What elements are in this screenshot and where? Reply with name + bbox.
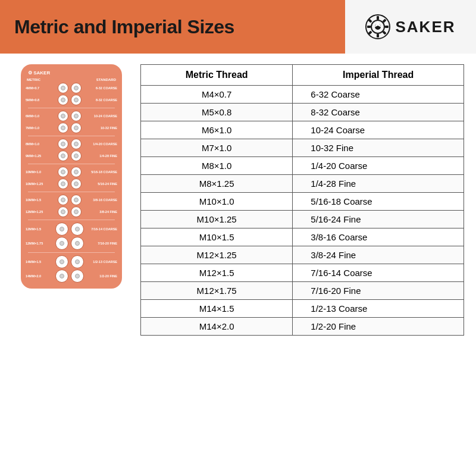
drill-hole [71,255,84,268]
drill-hole [58,95,68,105]
tool-row-metric-label: 10MM×1.25 [26,182,53,186]
drill-hole-inner [61,114,65,118]
thread-table: Metric Thread Imperial Thread M4×0.76-32… [140,64,464,336]
metric-cell: M7×1.0 [141,139,293,157]
drill-hole-inner [74,114,79,118]
saker-icon [365,14,390,39]
imperial-cell: 3/8-16 Coarse [293,228,464,246]
hole-group [55,83,84,93]
col-imperial-header: Imperial Thread [293,65,464,86]
drill-hole-inner [61,142,65,146]
imperial-cell: 6-32 Coarse [293,86,464,104]
imperial-cell: 10-32 Fine [293,139,464,157]
hole-group [55,206,84,217]
table-row: M8×1.01/4-20 Coarse [141,157,464,175]
tool-row-metric-label: 7MM×1.0 [26,126,53,130]
drill-hole [71,139,82,149]
imperial-cell: 5/16-24 Fine [293,211,464,228]
metric-cell: M10×1.25 [141,211,293,228]
metric-cell: M8×1.25 [141,175,293,193]
drill-hole-inner [61,198,65,202]
table-row: M14×1.51/2-13 Coarse [141,300,464,318]
tool-divider [28,108,115,108]
tool-divider [28,220,115,220]
drill-hole [71,270,84,283]
drill-hole-inner [74,126,79,130]
tool-divider [28,192,115,192]
brand-logo: SAKER [365,14,455,39]
drill-hole-inner [74,98,79,102]
drill-hole-inner [74,209,79,214]
hole-group [55,270,84,283]
metric-cell: M5×0.8 [141,104,293,121]
tool-row-item: 12MM×1.253/8-24 FINE [26,206,117,217]
tool-row-imperial-label: 1/4-20 COARSE [86,142,117,146]
drill-hole [71,223,84,236]
drill-hole [71,206,82,217]
drill-hole [71,167,82,177]
tool-row-metric-label: 9MM×1.25 [26,154,53,158]
tool-divider [28,164,115,164]
drill-hole-inner [61,209,65,214]
metric-cell: M4×0.7 [141,86,293,104]
tool-row-metric-label: 14MM×1.5 [26,260,53,264]
drill-hole [71,178,82,189]
table-row: M6×1.010-24 Coarse [141,121,464,139]
brand-name-text: SAKER [395,18,455,36]
tool-row-item: 12MM×1.757/16-20 FINE [26,237,117,250]
tool-row-item: 10MM×1.53/8-16 COARSE [26,195,117,205]
drill-hole [58,195,68,205]
imperial-cell: 1/4-28 Fine [293,175,464,193]
tool-row-imperial-label: 10-24 COARSE [86,114,117,118]
metric-cell: M12×1.25 [141,246,293,264]
hole-group [55,255,84,268]
drill-hole-inner [61,154,65,158]
tool-row-item: 10MM×1.05/16-18 COARSE [26,167,117,177]
drill-hole-inner [61,98,65,102]
drill-hole-inner [60,241,64,246]
main-content: ⚙ SAKER METRIC STANDARD 4MM×0.76-32 COAR… [0,54,476,476]
drill-hole-inner [61,86,65,90]
tool-row-item: 4MM×0.76-32 COARSE [26,83,117,93]
drill-hole-inner [60,227,64,231]
table-row: M10×1.53/8-16 Coarse [141,228,464,246]
table-row: M8×1.251/4-28 Fine [141,175,464,193]
drill-hole-inner [74,142,79,146]
tool-row-item: 10MM×1.255/16-24 FINE [26,178,117,189]
tool-row-item: 5MM×0.88-32 COARSE [26,95,117,105]
drill-hole [58,167,68,177]
tool-row-metric-label: 14MM×2.0 [26,274,53,278]
drill-hole-inner [74,154,79,158]
metric-cell: M14×1.5 [141,300,293,318]
tool-row-imperial-label: 1/2-13 COARSE [86,260,117,264]
drill-hole [71,111,82,121]
metric-cell: M10×1.0 [141,193,293,211]
hole-group [55,223,84,236]
drill-hole [71,123,82,133]
drill-hole [71,195,82,205]
hole-group [55,139,84,149]
svg-rect-3 [377,16,379,20]
table-panel: Metric Thread Imperial Thread M4×0.76-32… [140,64,464,470]
tool-row-metric-label: 12MM×1.25 [26,210,53,214]
tool-panel: ⚙ SAKER METRIC STANDARD 4MM×0.76-32 COAR… [12,64,131,470]
tool-row-metric-label: 10MM×1.5 [26,198,53,202]
tool-row-imperial-label: 7/16-14 COARSE [86,227,117,231]
hole-group [55,151,84,161]
drill-hole [55,237,68,250]
tool-row-item: 8MM×1.01/4-20 COARSE [26,139,117,149]
imperial-cell: 5/16-18 Coarse [293,193,464,211]
metric-cell: M6×1.0 [141,121,293,139]
tool-row-imperial-label: 8-32 COARSE [86,98,117,102]
col-metric-header: Metric Thread [141,65,293,86]
imperial-cell: 1/2-13 Coarse [293,300,464,318]
drill-hole [71,151,82,161]
hole-group [55,178,84,189]
svg-rect-6 [385,26,389,28]
tool-card: ⚙ SAKER METRIC STANDARD 4MM×0.76-32 COAR… [21,64,122,289]
hole-group [55,195,84,205]
drill-hole-inner [61,181,65,186]
metric-cell: M8×1.0 [141,157,293,175]
hole-group [55,237,84,250]
tool-row-imperial-label: 6-32 COARSE [86,86,117,90]
